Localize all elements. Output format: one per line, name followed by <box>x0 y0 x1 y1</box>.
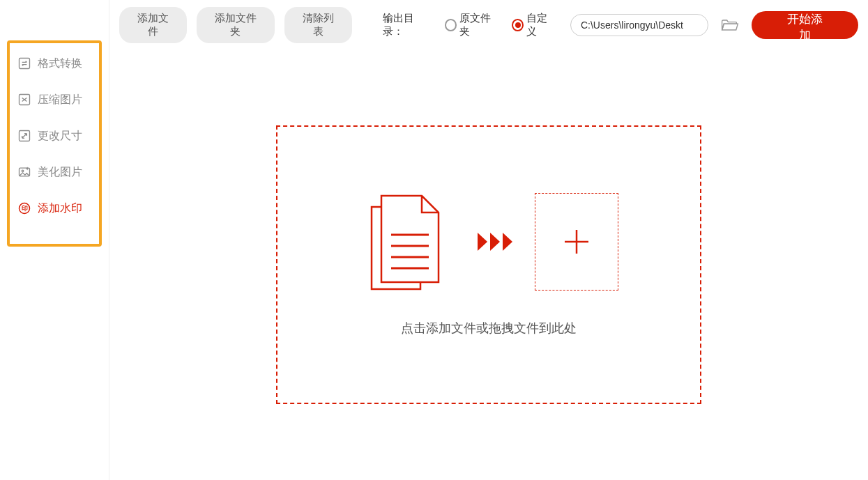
svg-rect-0 <box>20 59 30 69</box>
content-area: 点击添加文件或拖拽文件到此处 <box>109 50 868 480</box>
sidebar-item-label: 更改尺寸 <box>38 129 82 144</box>
arrows-right-icon <box>476 231 515 252</box>
radio-label: 原文件夹 <box>459 12 499 38</box>
stamp-icon: 印 <box>17 201 32 216</box>
sidebar-item-label: 格式转换 <box>38 56 82 71</box>
add-target-box <box>535 193 618 291</box>
toolbar: 添加文件 添加文件夹 清除列表 输出目录： 原文件夹 自定义 开始添加 <box>109 0 868 50</box>
sidebar-item-label: 美化图片 <box>38 165 82 180</box>
folder-open-icon <box>720 17 740 33</box>
sidebar-item-label: 压缩图片 <box>38 93 82 107</box>
compress-icon <box>17 92 32 107</box>
documents-icon <box>359 186 457 297</box>
radio-circle-icon <box>445 19 457 31</box>
sidebar-item-format-convert[interactable]: 格式转换 <box>17 56 109 71</box>
start-add-button[interactable]: 开始添加 <box>752 11 858 39</box>
swap-icon <box>17 56 32 71</box>
sidebar: 格式转换 压缩图片 更改尺寸 <box>0 0 109 480</box>
sidebar-item-watermark[interactable]: 印 添加水印 <box>17 201 109 216</box>
dropzone-hint: 点击添加文件或拖拽文件到此处 <box>401 320 577 336</box>
sidebar-item-resize[interactable]: 更改尺寸 <box>17 128 109 144</box>
output-dir-label: 输出目录： <box>383 12 432 38</box>
output-path-input[interactable] <box>570 14 708 36</box>
plus-icon <box>561 226 593 258</box>
radio-label: 自定义 <box>526 12 556 38</box>
add-folder-button[interactable]: 添加文件夹 <box>197 7 274 43</box>
radio-custom-folder[interactable]: 自定义 <box>512 12 556 38</box>
dropzone[interactable]: 点击添加文件或拖拽文件到此处 <box>276 125 701 404</box>
beautify-icon <box>17 164 32 180</box>
browse-folder-button[interactable] <box>718 14 742 36</box>
sidebar-item-label: 添加水印 <box>38 201 82 216</box>
dropzone-graphic <box>359 186 618 297</box>
radio-circle-icon <box>512 19 524 31</box>
clear-list-button[interactable]: 清除列表 <box>284 7 352 43</box>
radio-original-folder[interactable]: 原文件夹 <box>445 12 499 38</box>
svg-text:印: 印 <box>22 205 28 212</box>
sidebar-item-compress[interactable]: 压缩图片 <box>17 92 109 107</box>
sidebar-item-beautify[interactable]: 美化图片 <box>17 164 109 180</box>
main-panel: 添加文件 添加文件夹 清除列表 输出目录： 原文件夹 自定义 开始添加 <box>109 0 868 480</box>
add-file-button[interactable]: 添加文件 <box>119 7 187 43</box>
resize-icon <box>17 128 32 144</box>
svg-point-4 <box>22 170 24 172</box>
